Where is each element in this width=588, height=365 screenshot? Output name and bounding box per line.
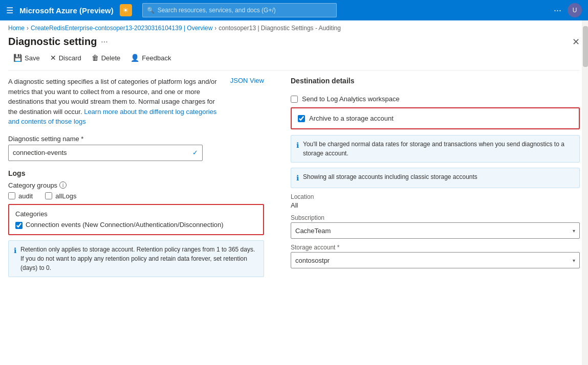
right-panel: Destination details Send to Log Analytic…	[274, 77, 580, 357]
breadcrumb-home[interactable]: Home	[8, 25, 25, 32]
category-groups-info-icon[interactable]: i	[59, 181, 67, 189]
category-groups-label: Category groups	[8, 181, 57, 189]
breadcrumb: Home › CreateRedisEnterprise-contosoper1…	[0, 20, 588, 34]
scrollbar-thumb[interactable]	[583, 26, 588, 67]
log-analytics-row: Send to Log Analytics workspace	[291, 91, 580, 107]
storage-account-label: Storage account *	[291, 244, 580, 251]
info-circle-icon: ℹ	[14, 245, 16, 272]
location-label: Location	[291, 193, 580, 200]
delete-icon: 🗑	[92, 54, 99, 62]
audit-label: audit	[18, 192, 33, 200]
showing-storage-text: Showing all storage accounts including c…	[303, 172, 477, 184]
app-title: Microsoft Azure (Preview)	[19, 6, 114, 15]
feedback-icon: 👤	[130, 54, 139, 62]
hamburger-menu[interactable]: ☰	[6, 6, 13, 15]
audit-checkbox[interactable]	[8, 192, 15, 199]
showing-storage-info-box: ℹ Showing all storage accounts including…	[291, 168, 580, 188]
archive-box: Archive to a storage account	[291, 107, 580, 129]
archive-row: Archive to a storage account	[292, 110, 579, 126]
location-field: Location All	[291, 193, 580, 209]
categories-label: Categories	[15, 210, 257, 218]
storage-account-field: Storage account * contosostpr ▾	[291, 244, 580, 268]
setting-name-input[interactable]: connection-events ✓	[8, 145, 203, 161]
page-header: Diagnostic setting ··· ✕	[0, 34, 588, 52]
logs-section-title: Logs	[8, 169, 264, 177]
archive-checkbox[interactable]	[298, 115, 305, 122]
charge-info-text: You'll be charged normal data rates for …	[303, 140, 574, 158]
page-options[interactable]: ···	[101, 37, 107, 47]
feedback-button[interactable]: 👤 Feedback	[125, 52, 176, 64]
retention-info-box: ℹ Retention only applies to storage acco…	[8, 240, 264, 277]
more-options-icon[interactable]: ···	[554, 5, 561, 16]
scrollbar-track[interactable]	[582, 20, 588, 365]
page-title: Diagnostic setting	[8, 36, 97, 48]
description-text: A diagnostic setting specifies a list of…	[8, 77, 222, 127]
avatar[interactable]: U	[568, 3, 582, 17]
categories-box: Categories Connection events (New Connec…	[8, 204, 264, 235]
subscription-label: Subscription	[291, 214, 580, 221]
discard-icon: ✕	[50, 54, 56, 62]
subscription-field: Subscription CacheTeam ▾	[291, 214, 580, 239]
topbar-right: ··· U	[554, 3, 582, 17]
all-logs-checkbox[interactable]	[45, 192, 52, 199]
all-logs-label: allLogs	[55, 192, 76, 200]
log-analytics-checkbox[interactable]	[291, 96, 298, 103]
setting-name-label: Diagnostic setting name *	[8, 135, 264, 143]
json-view-link[interactable]: JSON View	[230, 77, 264, 84]
search-placeholder: Search resources, services, and docs (G+…	[158, 7, 276, 14]
discard-button[interactable]: ✕ Discard	[45, 52, 86, 64]
left-panel: A diagnostic setting specifies a list of…	[8, 77, 274, 357]
subscription-dropdown[interactable]: CacheTeam ▾	[291, 222, 580, 239]
category-groups-checkboxes: audit allLogs	[8, 192, 264, 200]
save-icon: 💾	[13, 54, 22, 62]
storage-account-dropdown[interactable]: contosostpr ▾	[291, 252, 580, 268]
retention-info-text: Retention only applies to storage accoun…	[20, 245, 258, 272]
archive-label: Archive to a storage account	[309, 115, 394, 122]
info-charge-icon: ℹ	[296, 140, 299, 158]
search-icon: 🔍	[147, 7, 155, 14]
toolbar: 💾 Save ✕ Discard 🗑 Delete 👤 Feedback	[0, 52, 588, 70]
breadcrumb-resource[interactable]: CreateRedisEnterprise-contosoper13-20230…	[31, 25, 212, 32]
delete-button[interactable]: 🗑 Delete	[86, 52, 126, 64]
app-logo: ☀	[120, 4, 132, 16]
charge-info-box: ℹ You'll be charged normal data rates fo…	[291, 135, 580, 163]
topbar: ☰ Microsoft Azure (Preview) ☀ 🔍 Search r…	[0, 0, 588, 20]
connection-events-label: Connection events (New Connection/Authen…	[26, 221, 224, 229]
location-value: All	[291, 201, 580, 209]
log-analytics-label: Send to Log Analytics workspace	[302, 95, 400, 103]
subscription-dropdown-arrow: ▾	[573, 228, 575, 234]
connection-events-checkbox[interactable]	[15, 222, 23, 229]
destination-title: Destination details	[291, 77, 580, 85]
save-button[interactable]: 💾 Save	[8, 52, 45, 64]
close-icon[interactable]: ✕	[572, 36, 580, 48]
breadcrumb-current: contosoper13 | Diagnostic Settings - Aud…	[219, 25, 341, 32]
logo-icon: ☀	[122, 6, 129, 14]
info-storage-icon: ℹ	[296, 173, 299, 184]
search-bar[interactable]: 🔍 Search resources, services, and docs (…	[142, 3, 337, 17]
storage-account-dropdown-arrow: ▾	[573, 258, 575, 263]
check-icon: ✓	[192, 149, 198, 156]
